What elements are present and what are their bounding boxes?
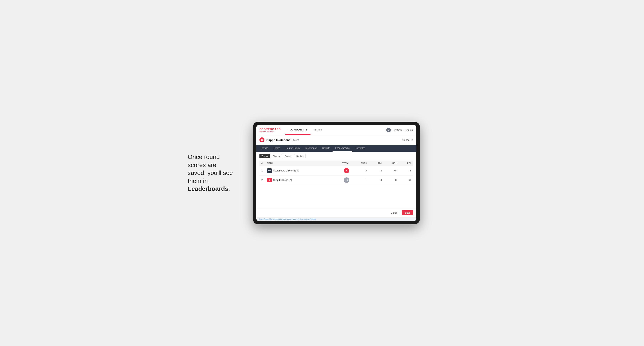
desc-line1: Once round xyxy=(188,154,220,160)
row-rd3: -6 xyxy=(398,166,413,175)
desc-line3: saved, you'll see xyxy=(188,169,233,176)
team-name: Clippd College [A] xyxy=(273,179,292,181)
total-badge: -5 xyxy=(344,168,349,173)
cancel-label: Cancel xyxy=(402,139,410,141)
team-name: Scoreboard University [A] xyxy=(273,169,299,172)
row-rd2: -8 xyxy=(384,175,398,185)
tab-leaderboards[interactable]: Leaderboards xyxy=(332,145,352,152)
tournament-icon: C xyxy=(260,137,264,142)
brand-regular: SCORE xyxy=(260,128,270,131)
tab-printables[interactable]: Printables xyxy=(352,145,368,152)
user-name: Test User | xyxy=(392,129,403,131)
col-rank: # xyxy=(260,161,265,166)
modal-footer: Cancel Save xyxy=(256,208,416,217)
table-header-row: # TEAM TOTAL THRU RD1 RD2 RD3 xyxy=(260,161,413,166)
row-rd3: +3 xyxy=(398,175,413,185)
tab-details[interactable]: Details xyxy=(258,145,271,152)
row-thru: F xyxy=(351,175,369,185)
leaderboard-table: # TEAM TOTAL THRU RD1 RD2 RD3 1 SU xyxy=(260,161,413,185)
col-rd1: RD1 xyxy=(369,161,384,166)
row-rank: 1 xyxy=(260,166,265,175)
tablet-frame: SCOREBOARD Powered by clippd TOURNAMENTS… xyxy=(253,122,420,224)
tournament-header: C Clippd Invitational (Men) Cancel ✕ xyxy=(256,135,416,145)
row-team: C Clippd College [A] xyxy=(265,175,332,185)
nav-tournaments[interactable]: TOURNAMENTS xyxy=(285,125,310,135)
nav-links: TOURNAMENTS TEAMS xyxy=(285,125,325,135)
sub-nav: Details Teams Course Setup Tee Groups Re… xyxy=(256,145,416,152)
tab-results[interactable]: Results xyxy=(320,145,332,152)
filter-teams[interactable]: Teams xyxy=(260,154,270,158)
nav-right: S Test User | Sign out xyxy=(386,128,413,132)
brand: SCOREBOARD Powered by clippd xyxy=(260,128,281,133)
brand-accent: BOARD xyxy=(270,128,281,131)
team-logo: SU xyxy=(267,169,272,173)
page-wrapper: Once round scores are saved, you'll see … xyxy=(188,122,456,224)
row-rd2: +5 xyxy=(384,166,398,175)
tournament-cancel-button[interactable]: Cancel ✕ xyxy=(402,139,413,141)
row-total: +3 xyxy=(332,175,351,185)
tournament-gender: (Men) xyxy=(292,139,299,141)
close-icon: ✕ xyxy=(411,139,413,141)
user-avatar: S xyxy=(386,128,391,132)
total-badge: +3 xyxy=(344,177,349,183)
tournament-name: Clippd Invitational xyxy=(266,138,291,142)
filter-row: Teams Players Scores Strokes xyxy=(260,154,413,158)
tab-course-setup[interactable]: Course Setup xyxy=(283,145,302,152)
col-team: TEAM xyxy=(265,161,332,166)
left-description: Once round scores are saved, you'll see … xyxy=(188,153,242,193)
footer-cancel-button[interactable]: Cancel xyxy=(389,210,400,215)
url-bar: https://stage-blue-coach.stagescoreboard… xyxy=(256,217,416,221)
col-rd3: RD3 xyxy=(398,161,413,166)
brand-sub: Powered by clippd xyxy=(260,131,281,133)
desc-line5-end: . xyxy=(228,185,230,192)
filter-strokes[interactable]: Strokes xyxy=(294,154,306,158)
filter-players[interactable]: Players xyxy=(270,154,282,158)
nav-teams[interactable]: TEAMS xyxy=(310,125,325,135)
col-thru: THRU xyxy=(351,161,369,166)
tab-teams[interactable]: Teams xyxy=(271,145,283,152)
tablet-screen: SCOREBOARD Powered by clippd TOURNAMENTS… xyxy=(256,125,416,221)
desc-line5-bold: Leaderboards xyxy=(188,185,228,192)
filter-scores[interactable]: Scores xyxy=(283,154,294,158)
row-rd1: +8 xyxy=(369,175,384,185)
row-rank: 2 xyxy=(260,175,265,185)
row-team: SU Scoreboard University [A] xyxy=(265,166,332,175)
row-rd1: -4 xyxy=(369,166,384,175)
top-nav: SCOREBOARD Powered by clippd TOURNAMENTS… xyxy=(256,125,416,135)
content-area: Teams Players Scores Strokes # TEAM TOTA… xyxy=(256,152,416,208)
brand-sub-accent: clippd xyxy=(269,131,274,133)
brand-title: SCOREBOARD xyxy=(260,128,281,131)
row-thru: F xyxy=(351,166,369,175)
sign-out-link[interactable]: Sign out xyxy=(405,129,413,131)
row-total: -5 xyxy=(332,166,351,175)
desc-line2: scores are xyxy=(188,162,216,169)
col-total: TOTAL xyxy=(332,161,351,166)
tab-tee-groups[interactable]: Tee Groups xyxy=(302,145,320,152)
table-row: 1 SU Scoreboard University [A] -5 F -4 +… xyxy=(260,166,413,175)
col-rd2: RD2 xyxy=(384,161,398,166)
desc-line4: them in xyxy=(188,177,208,184)
team-logo: C xyxy=(267,178,272,182)
footer-save-button[interactable]: Save xyxy=(402,210,413,215)
table-row: 2 C Clippd College [A] +3 F +8 -8 +3 xyxy=(260,175,413,185)
brand-sub-regular: Powered by xyxy=(260,131,269,133)
